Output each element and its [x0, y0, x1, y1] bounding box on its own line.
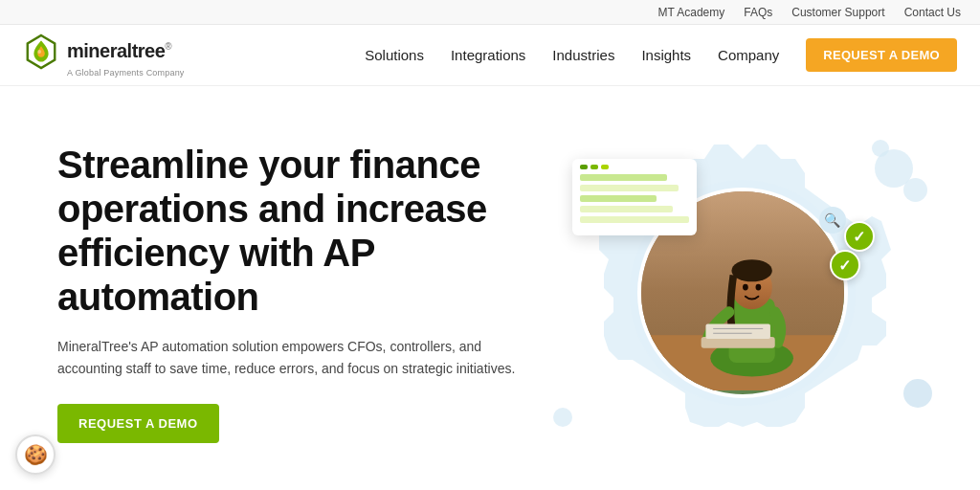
nav-solutions[interactable]: Solutions: [365, 47, 424, 63]
cookie-consent-button[interactable]: 🍪: [15, 434, 56, 475]
hero-cta-button[interactable]: REQUEST A DEMO: [57, 404, 219, 443]
logo-icon: [23, 33, 59, 70]
dash-row-4: [580, 206, 673, 212]
utility-bar: MT Academy FAQs Customer Support Contact…: [0, 0, 980, 25]
dash-dot-2: [590, 165, 598, 169]
mt-academy-link[interactable]: MT Academy: [657, 6, 724, 19]
dash-dot-3: [601, 165, 609, 169]
trademark: ®: [165, 41, 171, 52]
dashboard-card: [572, 159, 697, 235]
company-name-text: mineraltree: [67, 40, 165, 61]
dash-row-1: [580, 174, 667, 181]
nav-cta-button[interactable]: REQUEST A DEMO: [806, 38, 957, 72]
svg-point-14: [756, 284, 762, 291]
dash-row-2: [580, 185, 679, 191]
customer-support-link[interactable]: Customer Support: [791, 6, 884, 19]
hero-section: Streamline your finance operations and i…: [0, 86, 980, 490]
svg-point-8: [732, 259, 772, 281]
contact-us-link[interactable]: Contact Us: [904, 6, 961, 19]
svg-point-1: [37, 50, 41, 54]
decorative-bubble-4: [903, 379, 932, 408]
nav-links: Solutions Integrations Industries Insigh…: [365, 38, 957, 72]
hero-visual: 🔍 ✓ ✓: [544, 130, 942, 456]
hero-description: MineralTree's AP automation solution emp…: [57, 336, 517, 379]
dash-row-5: [580, 216, 689, 223]
logo-subtitle: A Global Payments Company: [67, 68, 185, 78]
logo-area[interactable]: mineraltree® A Global Payments Company: [23, 33, 185, 78]
hero-text: Streamline your finance operations and i…: [57, 143, 544, 443]
cookie-icon: 🍪: [24, 443, 48, 466]
faqs-link[interactable]: FAQs: [744, 6, 772, 19]
svg-point-13: [743, 284, 748, 291]
hero-title: Streamline your finance operations and i…: [57, 143, 524, 319]
check-badge-2: ✓: [830, 250, 860, 280]
decorative-bubble-5: [553, 408, 572, 427]
nav-company[interactable]: Company: [718, 47, 779, 63]
nav-integrations[interactable]: Integrations: [451, 47, 525, 63]
search-badge-icon: 🔍: [819, 207, 846, 234]
dash-dot-1: [580, 165, 588, 169]
decorative-bubble-2: [903, 178, 927, 202]
dash-row-3: [580, 195, 657, 202]
nav-insights[interactable]: Insights: [641, 47, 691, 63]
nav-industries[interactable]: Industries: [552, 47, 614, 63]
company-name: mineraltree®: [67, 40, 171, 62]
svg-rect-10: [706, 324, 770, 339]
main-nav: mineraltree® A Global Payments Company S…: [0, 25, 980, 86]
check-badge-1: ✓: [844, 221, 875, 252]
